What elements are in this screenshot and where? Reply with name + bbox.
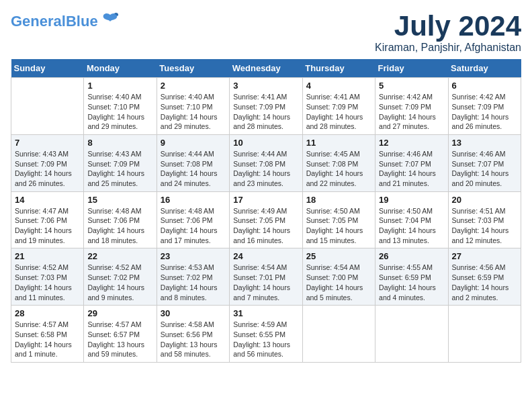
day-number: 26 [379, 251, 444, 261]
weekday-header-tuesday: Tuesday [157, 59, 229, 78]
day-info: Sunrise: 4:50 AM Sunset: 7:04 PM Dayligh… [379, 206, 444, 246]
calendar-cell: 22Sunrise: 4:52 AM Sunset: 7:02 PM Dayli… [84, 248, 157, 306]
day-number: 31 [233, 308, 298, 318]
day-number: 25 [306, 251, 371, 261]
day-info: Sunrise: 4:40 AM Sunset: 7:10 PM Dayligh… [161, 92, 226, 132]
calendar-cell: 1Sunrise: 4:40 AM Sunset: 7:10 PM Daylig… [84, 78, 157, 135]
day-info: Sunrise: 4:50 AM Sunset: 7:05 PM Dayligh… [306, 206, 371, 246]
day-number: 29 [87, 308, 152, 318]
calendar-cell: 29Sunrise: 4:57 AM Sunset: 6:57 PM Dayli… [84, 306, 157, 363]
day-number: 13 [452, 138, 517, 148]
calendar-cell: 25Sunrise: 4:54 AM Sunset: 7:00 PM Dayli… [302, 248, 375, 306]
week-row-3: 14Sunrise: 4:47 AM Sunset: 7:06 PM Dayli… [11, 191, 521, 248]
calendar-cell: 20Sunrise: 4:51 AM Sunset: 7:03 PM Dayli… [448, 191, 521, 248]
day-info: Sunrise: 4:57 AM Sunset: 6:57 PM Dayligh… [87, 320, 152, 359]
day-info: Sunrise: 4:57 AM Sunset: 6:58 PM Dayligh… [15, 320, 80, 359]
calendar-cell [375, 306, 448, 363]
week-row-4: 21Sunrise: 4:52 AM Sunset: 7:03 PM Dayli… [11, 248, 521, 306]
day-info: Sunrise: 4:52 AM Sunset: 7:03 PM Dayligh… [15, 263, 80, 302]
day-number: 24 [233, 251, 298, 261]
title-block: July 2024 Kiraman, Panjshir, Afghanistan [375, 11, 521, 54]
calendar-cell: 23Sunrise: 4:53 AM Sunset: 7:02 PM Dayli… [157, 248, 229, 306]
day-info: Sunrise: 4:51 AM Sunset: 7:03 PM Dayligh… [452, 206, 517, 246]
calendar-cell: 15Sunrise: 4:48 AM Sunset: 7:06 PM Dayli… [84, 191, 157, 248]
calendar-cell: 3Sunrise: 4:41 AM Sunset: 7:09 PM Daylig… [230, 78, 302, 135]
day-number: 6 [452, 81, 517, 91]
day-info: Sunrise: 4:54 AM Sunset: 7:01 PM Dayligh… [233, 263, 298, 302]
weekday-header-thursday: Thursday [302, 59, 375, 78]
day-number: 22 [87, 251, 152, 261]
day-info: Sunrise: 4:43 AM Sunset: 7:09 PM Dayligh… [15, 149, 80, 189]
day-info: Sunrise: 4:45 AM Sunset: 7:08 PM Dayligh… [306, 149, 371, 189]
day-info: Sunrise: 4:59 AM Sunset: 6:55 PM Dayligh… [233, 320, 298, 359]
calendar-cell: 2Sunrise: 4:40 AM Sunset: 7:10 PM Daylig… [157, 78, 229, 135]
day-number: 21 [15, 251, 80, 261]
day-number: 4 [306, 81, 371, 91]
day-number: 5 [379, 81, 444, 91]
week-row-2: 7Sunrise: 4:43 AM Sunset: 7:09 PM Daylig… [11, 134, 521, 191]
page-header: GeneralBlue July 2024 Kiraman, Panjshir,… [11, 11, 521, 54]
calendar-cell: 13Sunrise: 4:46 AM Sunset: 7:07 PM Dayli… [448, 134, 521, 191]
calendar-cell: 16Sunrise: 4:48 AM Sunset: 7:06 PM Dayli… [157, 191, 229, 248]
day-info: Sunrise: 4:41 AM Sunset: 7:09 PM Dayligh… [306, 92, 371, 132]
calendar-cell: 24Sunrise: 4:54 AM Sunset: 7:01 PM Dayli… [230, 248, 302, 306]
day-info: Sunrise: 4:44 AM Sunset: 7:08 PM Dayligh… [233, 149, 298, 189]
day-number: 12 [379, 138, 444, 148]
day-info: Sunrise: 4:55 AM Sunset: 6:59 PM Dayligh… [379, 263, 444, 302]
day-info: Sunrise: 4:42 AM Sunset: 7:09 PM Dayligh… [452, 92, 517, 132]
day-number: 9 [161, 138, 226, 148]
week-row-1: 1Sunrise: 4:40 AM Sunset: 7:10 PM Daylig… [11, 78, 521, 135]
calendar-cell: 28Sunrise: 4:57 AM Sunset: 6:58 PM Dayli… [11, 306, 84, 363]
day-info: Sunrise: 4:56 AM Sunset: 6:59 PM Dayligh… [452, 263, 517, 302]
day-info: Sunrise: 4:48 AM Sunset: 7:06 PM Dayligh… [161, 206, 226, 246]
day-info: Sunrise: 4:44 AM Sunset: 7:08 PM Dayligh… [161, 149, 226, 189]
logo: GeneralBlue [11, 11, 120, 32]
day-number: 28 [15, 308, 80, 318]
calendar-table: SundayMondayTuesdayWednesdayThursdayFrid… [11, 59, 521, 363]
day-info: Sunrise: 4:53 AM Sunset: 7:02 PM Dayligh… [161, 263, 226, 302]
logo-text: GeneralBlue [11, 14, 98, 29]
day-number: 30 [161, 308, 226, 318]
day-info: Sunrise: 4:58 AM Sunset: 6:56 PM Dayligh… [161, 320, 226, 359]
calendar-cell: 9Sunrise: 4:44 AM Sunset: 7:08 PM Daylig… [157, 134, 229, 191]
day-info: Sunrise: 4:48 AM Sunset: 7:06 PM Dayligh… [87, 206, 152, 246]
weekday-header-row: SundayMondayTuesdayWednesdayThursdayFrid… [11, 59, 521, 78]
calendar-cell: 31Sunrise: 4:59 AM Sunset: 6:55 PM Dayli… [230, 306, 302, 363]
day-number: 3 [233, 81, 298, 91]
calendar-cell: 26Sunrise: 4:55 AM Sunset: 6:59 PM Dayli… [375, 248, 448, 306]
day-info: Sunrise: 4:40 AM Sunset: 7:10 PM Dayligh… [87, 92, 152, 132]
calendar-cell: 19Sunrise: 4:50 AM Sunset: 7:04 PM Dayli… [375, 191, 448, 248]
weekday-header-saturday: Saturday [448, 59, 521, 78]
weekday-header-monday: Monday [84, 59, 157, 78]
day-info: Sunrise: 4:41 AM Sunset: 7:09 PM Dayligh… [233, 92, 298, 132]
day-info: Sunrise: 4:46 AM Sunset: 7:07 PM Dayligh… [379, 149, 444, 189]
day-info: Sunrise: 4:47 AM Sunset: 7:06 PM Dayligh… [15, 206, 80, 246]
calendar-cell: 14Sunrise: 4:47 AM Sunset: 7:06 PM Dayli… [11, 191, 84, 248]
calendar-cell: 12Sunrise: 4:46 AM Sunset: 7:07 PM Dayli… [375, 134, 448, 191]
calendar-cell [11, 78, 84, 135]
month-title: July 2024 [375, 11, 521, 42]
calendar-cell: 18Sunrise: 4:50 AM Sunset: 7:05 PM Dayli… [302, 191, 375, 248]
calendar-cell: 5Sunrise: 4:42 AM Sunset: 7:09 PM Daylig… [375, 78, 448, 135]
day-info: Sunrise: 4:49 AM Sunset: 7:05 PM Dayligh… [233, 206, 298, 246]
calendar-cell [302, 306, 375, 363]
calendar-cell: 17Sunrise: 4:49 AM Sunset: 7:05 PM Dayli… [230, 191, 302, 248]
day-number: 7 [15, 138, 80, 148]
day-number: 18 [306, 195, 371, 205]
logo-blue: Blue [66, 13, 98, 30]
day-number: 17 [233, 195, 298, 205]
day-info: Sunrise: 4:43 AM Sunset: 7:09 PM Dayligh… [87, 149, 152, 189]
day-number: 20 [452, 195, 517, 205]
logo-bird-icon [101, 11, 120, 32]
calendar-cell [448, 306, 521, 363]
day-number: 2 [161, 81, 226, 91]
calendar-cell: 30Sunrise: 4:58 AM Sunset: 6:56 PM Dayli… [157, 306, 229, 363]
location-text: Kiraman, Panjshir, Afghanistan [375, 42, 521, 54]
day-number: 16 [161, 195, 226, 205]
calendar-cell: 7Sunrise: 4:43 AM Sunset: 7:09 PM Daylig… [11, 134, 84, 191]
day-number: 1 [87, 81, 152, 91]
day-number: 10 [233, 138, 298, 148]
day-number: 11 [306, 138, 371, 148]
day-number: 27 [452, 251, 517, 261]
day-number: 23 [161, 251, 226, 261]
